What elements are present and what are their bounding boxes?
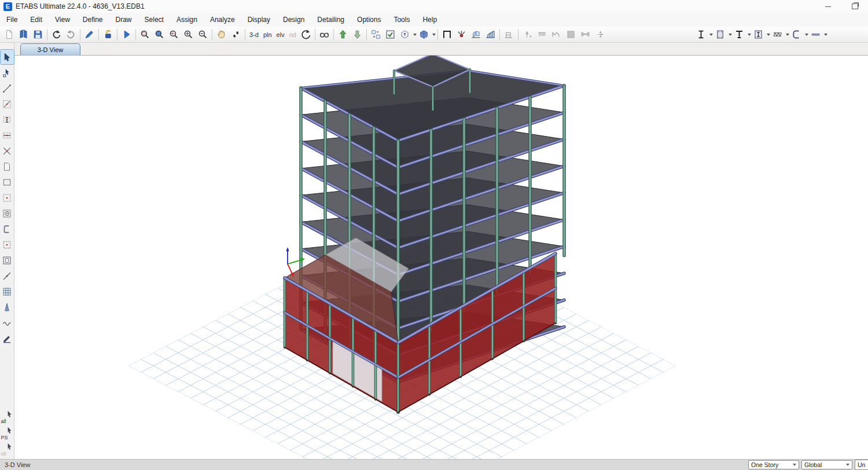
- unlock-model-button[interactable]: [101, 28, 115, 42]
- menu-item-view[interactable]: View: [49, 14, 76, 25]
- restore-full-view-button[interactable]: [152, 28, 167, 42]
- three-d-view-button[interactable]: 3-d: [247, 28, 261, 42]
- menu-item-edit[interactable]: Edit: [24, 14, 49, 25]
- t-section-button[interactable]: [732, 28, 746, 42]
- truss-section-button[interactable]: [770, 28, 785, 42]
- menu-item-display[interactable]: Display: [241, 14, 277, 25]
- rubber-band-zoom-button[interactable]: [138, 28, 152, 42]
- wall-tool-button[interactable]: [469, 28, 483, 42]
- view-direction-icon: [399, 29, 410, 40]
- portal-frame-button[interactable]: [440, 28, 454, 42]
- open-model-button[interactable]: [16, 28, 31, 42]
- draw-wall-button[interactable]: [1, 222, 14, 236]
- minimize-button[interactable]: [815, 0, 841, 13]
- draw-dimension-button[interactable]: [1, 300, 14, 314]
- draw-opening-icon: [2, 255, 12, 266]
- menu-item-options[interactable]: Options: [351, 14, 387, 25]
- tab-3d-view[interactable]: 3-D View: [20, 43, 80, 55]
- draw-link-button[interactable]: [1, 269, 14, 283]
- 3d-viewport-canvas[interactable]: [14, 56, 868, 459]
- draw-floor-icon: [2, 161, 12, 172]
- units-button[interactable]: Un: [855, 460, 868, 470]
- menu-item-select[interactable]: Select: [138, 14, 170, 25]
- pen-icon: [84, 29, 95, 40]
- move-up-list-button[interactable]: [336, 28, 350, 42]
- menu-item-detailing[interactable]: Detailing: [311, 14, 351, 25]
- dropdown-caret-icon[interactable]: [824, 34, 827, 36]
- story-selector[interactable]: One Story: [748, 460, 799, 469]
- menu-item-file[interactable]: File: [0, 14, 24, 25]
- menu-item-assign[interactable]: Assign: [170, 14, 204, 25]
- menu-item-draw[interactable]: Draw: [109, 14, 138, 25]
- draw-wall-stack-button[interactable]: [1, 206, 14, 221]
- window-title: ETABS Ultimate 22.4.0 - 4636_V13.EDB1: [16, 2, 145, 10]
- rect-section-button[interactable]: [713, 28, 727, 42]
- draw-brace-icon: [2, 146, 12, 156]
- boxed-i-section-button[interactable]: [751, 28, 766, 42]
- view-direction-button[interactable]: [398, 28, 412, 42]
- draw-reference-button[interactable]: [1, 315, 14, 330]
- line-section-button[interactable]: [808, 28, 823, 42]
- new-model-button[interactable]: [2, 28, 16, 42]
- i-section-button[interactable]: [694, 28, 708, 42]
- menu-item-tools[interactable]: Tools: [387, 14, 416, 25]
- menu-item-define[interactable]: Define: [76, 14, 109, 25]
- ramp-tool-button[interactable]: [483, 28, 498, 42]
- tile-windows-button[interactable]: [369, 28, 383, 42]
- plan-view-button[interactable]: pln: [261, 28, 274, 42]
- new-model-icon: [3, 29, 14, 40]
- draw-opening-button[interactable]: [1, 253, 14, 267]
- draw-brace-button[interactable]: [1, 144, 14, 158]
- draw-beam-button[interactable]: [1, 128, 14, 142]
- status-view-label: 3-D View: [5, 461, 30, 468]
- draw-floor-button[interactable]: [1, 159, 14, 174]
- draw-quick-floor-button[interactable]: [1, 190, 14, 205]
- three-d-view-group: 3-d: [247, 28, 261, 42]
- draw-column-button[interactable]: [1, 112, 14, 127]
- coord-system-selector[interactable]: Global: [801, 460, 852, 469]
- draw-line-icon: [2, 83, 12, 94]
- rotate-view-icon: [300, 29, 311, 40]
- select-pointer-button[interactable]: [1, 50, 14, 64]
- draw-dimension-icon: [2, 302, 12, 313]
- draw-frame-button[interactable]: [1, 97, 14, 111]
- zoom-out-button[interactable]: [196, 28, 210, 42]
- run-analysis-button[interactable]: [119, 28, 134, 42]
- previous-zoom-button[interactable]: [167, 28, 181, 42]
- move-down-list-button[interactable]: [350, 28, 365, 42]
- zoom-in-button[interactable]: [181, 28, 196, 42]
- elevation-view-button[interactable]: elv: [274, 28, 287, 42]
- object-shading-button[interactable]: [417, 28, 431, 42]
- rotate-view-button[interactable]: [299, 28, 313, 42]
- select-previous-button[interactable]: PS: [1, 427, 14, 442]
- window-controls: [815, 0, 868, 13]
- joint-tool-button[interactable]: [454, 28, 469, 42]
- walkthrough-button[interactable]: [229, 28, 243, 42]
- dropdown-caret-icon[interactable]: [432, 34, 436, 36]
- redo-button[interactable]: [64, 28, 78, 42]
- reshape-object-icon: [2, 68, 12, 78]
- t-section-group: [732, 28, 751, 42]
- unlock-model-group: [101, 28, 115, 42]
- draw-rect-floor-button[interactable]: [1, 175, 14, 189]
- draw-grid-button[interactable]: [1, 284, 14, 299]
- display-options-button[interactable]: [383, 28, 398, 42]
- menu-item-design[interactable]: Design: [277, 14, 311, 25]
- channel-section-button[interactable]: [789, 28, 804, 42]
- restore-button[interactable]: [841, 0, 868, 13]
- draw-line-button[interactable]: [1, 81, 14, 96]
- save-model-button[interactable]: [31, 28, 45, 42]
- pan-button[interactable]: [214, 28, 229, 42]
- pen-button[interactable]: [82, 28, 97, 42]
- undo-button[interactable]: [49, 28, 64, 42]
- rotate-view-group: [299, 28, 313, 42]
- menu-item-help[interactable]: Help: [416, 14, 443, 25]
- display-options-group: [383, 28, 398, 42]
- draw-quick-wall-button[interactable]: [1, 237, 14, 252]
- menu-item-analyze[interactable]: Analyze: [204, 14, 241, 25]
- select-all-label: all: [1, 418, 6, 424]
- draw-pen-button[interactable]: [1, 331, 14, 346]
- select-all-button[interactable]: all: [1, 410, 14, 425]
- reshape-object-button[interactable]: [1, 65, 14, 80]
- perspective-toggle-button[interactable]: [317, 28, 332, 42]
